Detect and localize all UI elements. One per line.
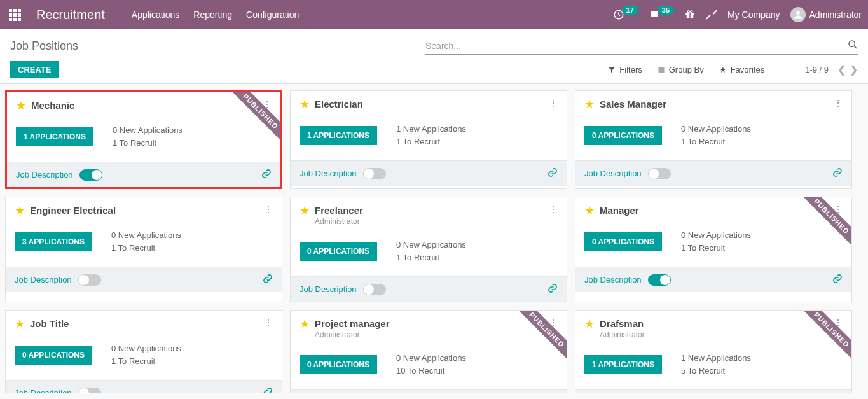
stats: 0 New Applications 1 To Recruit (396, 239, 466, 263)
job-description-link[interactable]: Job Description (300, 284, 357, 294)
pager-prev[interactable]: ❮ (837, 64, 846, 76)
gift-icon[interactable] (684, 9, 696, 20)
search-box (425, 37, 858, 55)
applications-button[interactable]: 1 APPLICATIONS (300, 126, 377, 145)
applications-button[interactable]: 0 APPLICATIONS (584, 126, 662, 145)
filters-label: Filters (619, 65, 642, 74)
messages-icon[interactable]: 35 (649, 9, 674, 20)
card-title: Freelancer (315, 205, 544, 216)
job-description-link[interactable]: Job Description (16, 170, 73, 179)
stat-to-recruit: 1 To Recruit (111, 355, 181, 368)
link-icon[interactable] (548, 167, 558, 179)
star-icon[interactable]: ★ (300, 205, 310, 216)
star-icon[interactable]: ★ (584, 99, 595, 110)
search-icon[interactable] (848, 39, 858, 52)
link-icon[interactable] (261, 169, 272, 181)
card-title: Job Title (30, 318, 259, 329)
card-title: Project manager (315, 318, 544, 329)
job-card[interactable]: ★ Sales Manager ⋮ 0 APPLICATIONS 0 New A… (575, 90, 852, 189)
star-icon[interactable]: ★ (300, 318, 310, 330)
applications-button[interactable]: 0 APPLICATIONS (300, 242, 377, 261)
publish-toggle[interactable] (648, 274, 671, 286)
star-icon[interactable]: ★ (584, 318, 595, 330)
groupby-button[interactable]: Group By (658, 65, 704, 74)
groupby-label: Group By (669, 65, 704, 74)
breadcrumb: Job Positions (10, 39, 78, 53)
link-icon[interactable] (548, 283, 558, 295)
publish-toggle[interactable] (78, 274, 101, 286)
publish-toggle[interactable] (363, 168, 386, 179)
nav-configuration[interactable]: Configuration (246, 10, 299, 20)
link-icon[interactable] (832, 274, 843, 286)
applications-button[interactable]: 3 APPLICATIONS (15, 232, 92, 251)
link-icon[interactable] (263, 274, 273, 286)
applications-button[interactable]: 0 APPLICATIONS (15, 346, 92, 365)
job-description-link[interactable]: Job Description (584, 275, 642, 284)
user-name: Administrator (809, 10, 862, 20)
card-title: Sales Manager (600, 99, 829, 109)
job-card[interactable]: PUBLISHED ★ Manager ⋮ 0 APPLICATIONS 0 N… (575, 197, 852, 302)
applications-button[interactable]: 0 APPLICATIONS (584, 232, 662, 251)
job-card[interactable]: PUBLISHED ★ Project manager Administrato… (290, 310, 567, 393)
create-button[interactable]: CREATE (10, 61, 59, 78)
publish-toggle[interactable] (79, 169, 102, 181)
job-description-link[interactable]: Job Description (15, 275, 72, 284)
card-subtitle: Administrator (315, 330, 544, 339)
star-icon[interactable]: ★ (300, 99, 310, 110)
tools-icon[interactable] (706, 9, 717, 20)
publish-toggle[interactable] (363, 284, 386, 295)
applications-button[interactable]: 0 APPLICATIONS (300, 355, 377, 374)
job-card[interactable]: ★ Engineer Electrical ⋮ 3 APPLICATIONS 0… (5, 197, 282, 302)
job-card[interactable]: ★ Freelancer Administrator ⋮ 0 APPLICATI… (290, 197, 567, 302)
link-icon[interactable] (263, 387, 273, 393)
card-title: Mechanic (31, 100, 258, 111)
job-card[interactable]: ★ Electrician ⋮ 1 APPLICATIONS 1 New App… (290, 90, 567, 189)
applications-button[interactable]: 1 APPLICATIONS (584, 355, 662, 374)
favorites-button[interactable]: ★ Favorites (719, 65, 764, 74)
job-card[interactable]: PUBLISHED ★ Mechanic ⋮ 1 APPLICATIONS 0 … (5, 90, 282, 189)
avatar-icon (790, 7, 806, 22)
stats: 0 New Applications 1 To Recruit (681, 123, 751, 148)
filters-button[interactable]: Filters (608, 65, 642, 74)
stats: 0 New Applications 1 To Recruit (111, 342, 181, 367)
job-description-link[interactable]: Job Description (584, 169, 642, 178)
applications-button[interactable]: 1 APPLICATIONS (16, 127, 93, 146)
card-subtitle: Administrator (315, 217, 544, 226)
stats: 0 New Applications 1 To Recruit (111, 229, 181, 254)
job-description-link[interactable]: Job Description (15, 388, 72, 393)
user-menu[interactable]: Administrator (790, 7, 862, 22)
nav-applications[interactable]: Applications (132, 10, 180, 20)
stat-to-recruit: 1 To Recruit (681, 136, 751, 148)
stat-to-recruit: 1 To Recruit (113, 137, 183, 150)
stats: 0 New Applications 1 To Recruit (113, 124, 183, 149)
svg-point-6 (796, 11, 800, 15)
pager: 1-9 / 9 ❮ ❯ (805, 64, 858, 76)
company-selector[interactable]: My Company (727, 10, 780, 20)
stat-new-applications: 0 New Applications (396, 352, 466, 365)
publish-toggle[interactable] (78, 388, 101, 393)
kebab-icon[interactable]: ⋮ (264, 318, 273, 327)
stat-to-recruit: 1 To Recruit (681, 242, 751, 255)
stat-new-applications: 1 New Applications (396, 123, 466, 136)
star-icon[interactable]: ★ (15, 205, 25, 216)
list-icon (658, 66, 665, 74)
stat-to-recruit: 1 To Recruit (396, 136, 466, 148)
kebab-icon[interactable]: ⋮ (834, 99, 843, 108)
kebab-icon[interactable]: ⋮ (264, 205, 273, 214)
link-icon[interactable] (832, 167, 843, 179)
job-description-link[interactable]: Job Description (300, 169, 357, 178)
pager-next[interactable]: ❯ (850, 64, 858, 76)
activities-icon[interactable]: 17 (613, 9, 638, 20)
star-icon[interactable]: ★ (584, 205, 595, 216)
job-card[interactable]: ★ Job Title ⋮ 0 APPLICATIONS 0 New Appli… (5, 310, 282, 393)
apps-icon[interactable] (6, 6, 24, 24)
star-icon[interactable]: ★ (15, 318, 25, 330)
star-icon[interactable]: ★ (16, 100, 26, 111)
kebab-icon[interactable]: ⋮ (549, 99, 558, 108)
messages-badge: 35 (658, 6, 674, 15)
search-input[interactable] (425, 41, 848, 51)
nav-reporting[interactable]: Reporting (193, 10, 232, 20)
kebab-icon[interactable]: ⋮ (549, 205, 558, 214)
publish-toggle[interactable] (648, 168, 671, 179)
job-card[interactable]: PUBLISHED ★ Drafsman Administrator ⋮ 1 A… (575, 310, 852, 393)
